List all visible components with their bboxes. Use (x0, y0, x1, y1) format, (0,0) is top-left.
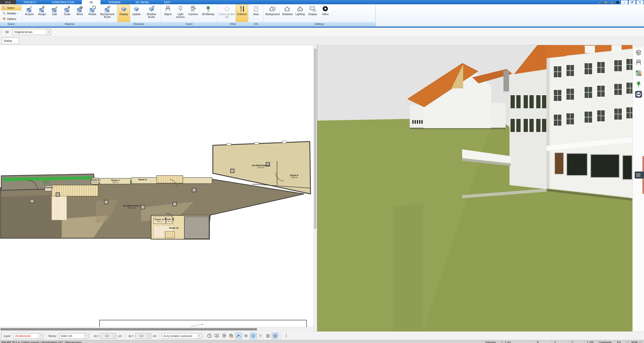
tab-file[interactable]: FILE (0, 0, 16, 4)
background-brush-button[interactable]: Background brush (99, 5, 116, 22)
chevron-down-icon: ▾ (17, 12, 18, 14)
pencil-icon (51, 6, 58, 12)
collision-button[interactable]: Collision (236, 5, 248, 22)
materials-palette-icon[interactable] (635, 70, 642, 77)
tools-icon[interactable] (598, 0, 603, 4)
vertical-scrollbar-thumb[interactable] (314, 49, 316, 229)
vertical-scrollbar[interactable] (313, 45, 317, 331)
light-source-button[interactable]: Light source▾ (174, 5, 187, 22)
house-photo-icon (269, 6, 276, 12)
select-button[interactable]: Select (1, 5, 21, 10)
images-icon[interactable] (228, 333, 235, 339)
tab-terrain[interactable]: TERRAIN (100, 0, 128, 4)
furniture-catalog-icon[interactable] (635, 59, 642, 66)
camera-icon[interactable] (221, 333, 227, 339)
windows-icon[interactable] (609, 0, 614, 4)
toolbar-grip[interactable] (1, 28, 2, 35)
toolbar-grip[interactable] (1, 332, 2, 339)
options-button[interactable]: Options (1, 16, 21, 21)
dy-unit: cm (153, 334, 156, 337)
tab-edit[interactable]: EDIT (157, 0, 178, 4)
video-button[interactable]: Video (319, 5, 331, 22)
ribbon-group-insert: Object Light source▾ Camera 3D-Bitmap In… (161, 4, 218, 26)
roof-display-toggle[interactable] (235, 333, 242, 339)
layers-icon[interactable] (635, 49, 642, 56)
dialog-tab[interactable]: Dialog: (2, 38, 19, 44)
chevron-down-icon[interactable]: ▾ (197, 333, 202, 338)
acquire-button[interactable]: Acquire (23, 5, 36, 22)
chevron-down-icon[interactable]: ▾ (38, 333, 43, 338)
edit-button[interactable]: Edit (48, 5, 61, 22)
tab-3d[interactable]: 3D (82, 0, 100, 4)
camera-button[interactable]: Camera (187, 5, 199, 22)
3d-render-canvas[interactable] (317, 45, 632, 331)
panel-handle[interactable] (635, 172, 644, 179)
object-button[interactable]: Object (162, 5, 174, 22)
view-mode-label: 3D (5, 30, 9, 33)
north-compass-toggle[interactable]: N (272, 333, 279, 339)
surface-display-toggle[interactable] (250, 333, 257, 339)
settings-background-button[interactable]: Background (264, 5, 281, 22)
chevron-down-icon[interactable]: ▾ (46, 29, 51, 35)
plants-icon[interactable] (635, 81, 642, 88)
close-button[interactable] (636, 0, 643, 4)
chevron-down-icon[interactable]: ▾ (84, 333, 88, 338)
timber-icon[interactable] (243, 333, 249, 339)
ein-toggle[interactable]: Ein (614, 340, 623, 343)
rf-toggle[interactable]: RF (638, 340, 644, 343)
remote-support-icon[interactable] (635, 91, 642, 98)
settings-lighting-button[interactable]: Lighting (294, 5, 306, 22)
scale-icon (64, 6, 71, 12)
dx-spinner[interactable]: ▴▾ (113, 333, 116, 338)
contour-lines-icon[interactable] (257, 333, 264, 339)
2d-plan-viewport[interactable]: Raum 228.65 m²Raum 1Raum 31.34 m²Raum 44… (0, 45, 313, 331)
shadow-brush-button[interactable]: Shadow brush (143, 5, 160, 22)
dy-input[interactable]: 0.0 ▴▾ (135, 333, 151, 339)
svg-text:N: N (274, 334, 276, 337)
tab-project[interactable]: PROJECT (16, 0, 44, 4)
package-icon[interactable] (603, 0, 608, 4)
settings-shadows-button[interactable]: Shadows (281, 5, 294, 22)
house-light-icon (297, 6, 303, 12)
tab-2d-views[interactable]: 2D VIEWS (128, 0, 156, 4)
coord-z: Z: (569, 340, 584, 343)
num-toggle[interactable]: NUM (630, 340, 638, 343)
coord-y: Y: (551, 340, 569, 343)
tab-construction[interactable]: CONSTRUCTION (44, 0, 82, 4)
terrain-select[interactable]: Original terrain ▾ (12, 29, 51, 35)
2d-plan-canvas[interactable] (0, 45, 313, 327)
dx-label: dx = (94, 334, 99, 337)
horizontal-scrollbar-thumb[interactable] (1, 328, 257, 330)
clock-icon[interactable] (206, 333, 213, 339)
rotate-button[interactable]: Rotate (86, 5, 98, 22)
multiple-button[interactable]: Multiple▾ (1, 11, 21, 16)
status-message: Wall AW 36.5 m. Ceiling support L=Konstr… (0, 341, 482, 343)
dx-input[interactable]: 0.0 ▴▾ (100, 333, 117, 339)
shadows-display-button[interactable]: Display (118, 5, 130, 22)
restore-button[interactable] (629, 0, 636, 4)
sidebar-grip[interactable] (634, 46, 643, 47)
storey-label: Storey : (48, 334, 57, 337)
3d-bitmap-button[interactable]: 3D-Bitmap (199, 5, 217, 22)
storey-select[interactable]: Keller UG ▾ (59, 333, 89, 339)
uf-toggle[interactable]: UF (623, 340, 630, 343)
3d-viewport[interactable] (317, 45, 632, 331)
unit-indicator[interactable]: Centimetre (596, 340, 614, 343)
settings-display-button[interactable]: Display (307, 5, 319, 22)
more-options-icon[interactable] (283, 333, 290, 339)
move-button[interactable]: Move (74, 5, 86, 22)
area-button[interactable]: ?Area (250, 5, 262, 22)
assign-button[interactable]: Assign (36, 5, 48, 22)
dy-spinner[interactable]: ▴▾ (148, 333, 151, 338)
coordinate-mode-select[interactable]: dx,dy (relative cartesian) ▾ (162, 333, 202, 339)
shadows-update-button[interactable]: Update (130, 5, 143, 22)
scale-indicator[interactable]: 1:100 (584, 340, 596, 343)
grid-toggle[interactable] (264, 333, 271, 339)
scale-button[interactable]: Scale (61, 5, 73, 22)
layer-select[interactable]: 2D-Elemente ▾ (13, 333, 43, 339)
chevron-down-icon: ▾ (184, 16, 185, 18)
minimize-button[interactable] (621, 0, 628, 4)
help-icon[interactable]: ? (615, 0, 620, 4)
horizontal-scrollbar[interactable] (0, 327, 313, 332)
screen-favorite-icon[interactable] (213, 333, 220, 339)
